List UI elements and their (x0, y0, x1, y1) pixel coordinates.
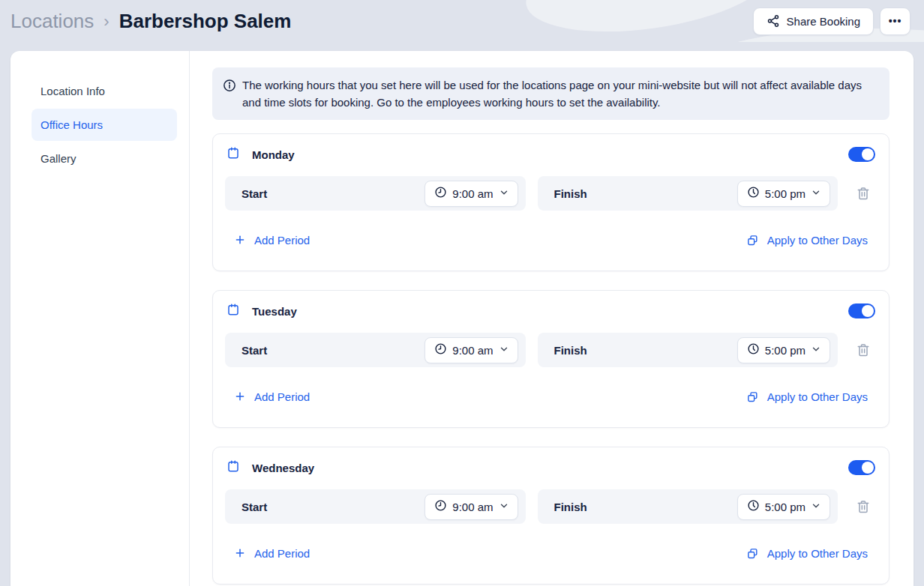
finish-time-select[interactable]: 5:00 pm (737, 494, 830, 520)
chevron-down-icon (499, 187, 509, 200)
finish-time-value: 5:00 pm (765, 187, 806, 200)
delete-period-button[interactable] (854, 341, 872, 359)
start-time-value: 9:00 am (452, 501, 493, 513)
copy-icon (746, 547, 759, 560)
apply-to-other-days-label: Apply to Other Days (767, 234, 868, 247)
share-booking-button[interactable]: Share Booking (753, 7, 874, 35)
finish-time-select[interactable]: 5:00 pm (737, 337, 830, 363)
add-period-link[interactable]: Add Period (234, 234, 310, 247)
calendar-icon (226, 146, 240, 163)
calendar-icon (226, 303, 240, 319)
trash-icon (856, 499, 871, 514)
calendar-icon (226, 459, 240, 476)
copy-icon (746, 390, 759, 403)
clock-icon (747, 499, 760, 514)
page-header: Locations › Barbershop Salem Share Booki… (0, 0, 924, 42)
info-icon (223, 79, 236, 111)
start-label: Start (242, 187, 267, 200)
period-row: Start 9:00 am Finish (225, 176, 877, 211)
toggle-knob (862, 305, 874, 317)
start-time-select[interactable]: 9:00 am (424, 494, 518, 520)
finish-period-panel: Finish 5:00 pm (538, 333, 838, 367)
more-options-button[interactable]: ••• (880, 7, 910, 35)
apply-to-other-days-link[interactable]: Apply to Other Days (746, 390, 868, 403)
chevron-down-icon (499, 344, 509, 357)
sidebar-item-location-info[interactable]: Location Info (32, 75, 177, 107)
breadcrumb: Locations › Barbershop Salem (10, 10, 291, 33)
plus-icon (234, 390, 246, 402)
day-enabled-toggle[interactable] (848, 460, 875, 475)
start-time-select[interactable]: 9:00 am (424, 181, 518, 207)
clock-icon (434, 342, 447, 357)
start-time-select[interactable]: 9:00 am (424, 337, 518, 363)
page-title: Barbershop Salem (119, 10, 292, 33)
finish-label: Finish (554, 187, 587, 200)
add-period-link[interactable]: Add Period (234, 390, 310, 403)
delete-column (850, 341, 877, 359)
plus-icon (234, 547, 246, 559)
toggle-knob (862, 148, 874, 160)
clock-icon (747, 186, 760, 201)
delete-column (850, 184, 877, 202)
day-card-header: Monday (225, 146, 877, 163)
toggle-knob (862, 462, 874, 474)
delete-column (850, 498, 877, 516)
chevron-down-icon (811, 501, 821, 513)
copy-icon (746, 234, 759, 247)
day-card-wednesday: Wednesday Start 9:00 am (212, 447, 890, 585)
day-card-monday: Monday Start 9:00 am (212, 133, 890, 271)
start-label: Start (242, 344, 267, 357)
finish-period-panel: Finish 5:00 pm (538, 489, 838, 524)
clock-icon (434, 499, 447, 514)
add-period-label: Add Period (254, 390, 310, 403)
info-banner-text: The working hours that you set here will… (242, 76, 872, 111)
trash-icon (856, 342, 871, 357)
start-period-panel: Start 9:00 am (225, 176, 526, 211)
card-links-row: Add Period Apply to Other Days (225, 232, 877, 248)
finish-label: Finish (554, 501, 587, 513)
day-enabled-toggle[interactable] (848, 303, 875, 318)
day-card-tuesday: Tuesday Start 9:00 am (212, 290, 890, 428)
breadcrumb-separator-icon: › (104, 12, 109, 31)
chevron-down-icon (811, 187, 821, 200)
card-links-row: Add Period Apply to Other Days (225, 388, 877, 405)
start-period-panel: Start 9:00 am (225, 489, 526, 524)
day-name: Monday (252, 148, 295, 161)
sidebar-item-gallery[interactable]: Gallery (32, 142, 177, 175)
apply-to-other-days-label: Apply to Other Days (767, 390, 868, 403)
apply-to-other-days-link[interactable]: Apply to Other Days (746, 547, 868, 560)
chevron-down-icon (811, 344, 821, 357)
delete-period-button[interactable] (854, 184, 872, 202)
day-card-header: Tuesday (225, 303, 877, 319)
apply-to-other-days-link[interactable]: Apply to Other Days (746, 234, 868, 247)
apply-to-other-days-label: Apply to Other Days (767, 547, 868, 560)
add-period-link[interactable]: Add Period (234, 547, 310, 560)
header-actions: Share Booking ••• (753, 7, 910, 35)
breadcrumb-locations-link[interactable]: Locations (10, 10, 94, 33)
main-panel: Location Info Office Hours Gallery The w… (10, 51, 914, 586)
delete-period-button[interactable] (854, 498, 872, 516)
start-period-panel: Start 9:00 am (225, 333, 526, 367)
sidebar-item-office-hours[interactable]: Office Hours (32, 109, 177, 141)
chevron-down-icon (499, 501, 509, 513)
clock-icon (747, 342, 760, 357)
add-period-label: Add Period (254, 234, 310, 247)
finish-time-value: 5:00 pm (765, 344, 806, 357)
info-banner: The working hours that you set here will… (212, 67, 890, 120)
clock-icon (434, 186, 447, 201)
settings-sidebar: Location Info Office Hours Gallery (10, 51, 190, 586)
add-period-label: Add Period (254, 547, 310, 560)
finish-time-select[interactable]: 5:00 pm (737, 181, 830, 207)
card-links-row: Add Period Apply to Other Days (225, 545, 877, 561)
day-card-header: Wednesday (225, 459, 877, 476)
finish-label: Finish (554, 344, 587, 357)
day-enabled-toggle[interactable] (848, 147, 875, 162)
start-time-value: 9:00 am (452, 187, 493, 200)
finish-time-value: 5:00 pm (765, 501, 806, 513)
start-label: Start (242, 501, 267, 513)
decorative-blob (520, 0, 777, 42)
ellipsis-icon: ••• (889, 15, 902, 27)
period-row: Start 9:00 am Finish (225, 489, 877, 524)
plus-icon (234, 234, 246, 246)
share-booking-label: Share Booking (787, 15, 860, 28)
